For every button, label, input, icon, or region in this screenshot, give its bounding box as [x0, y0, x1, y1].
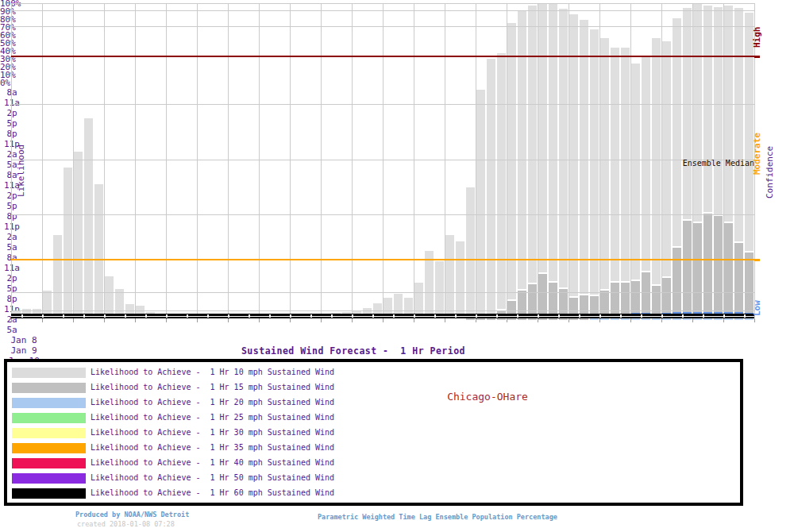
- x-axis-sub-tick: [321, 318, 322, 322]
- x-tick-label: 5a: [0, 242, 24, 253]
- x-tick-label: 5p: [0, 201, 24, 211]
- x-tick-label: 5a: [0, 325, 24, 335]
- legend-row: Likelihood to Achieve - 1 Hr 30 mph Sust…: [7, 426, 740, 441]
- bar-1-hr-15-mph-sustained-wind: [714, 214, 723, 320]
- legend-label: Likelihood to Achieve - 1 Hr 25 mph Sust…: [91, 413, 334, 422]
- chart-title: Sustained Wind Forecast - 1 Hr Period: [0, 345, 707, 357]
- bar-1-hr-10-mph-sustained-wind: [74, 152, 83, 319]
- x-axis-sub-tick: [569, 318, 569, 322]
- x-axis-sub-tick: [352, 318, 353, 322]
- x-axis-sub-tick: [73, 318, 74, 322]
- reference-line-70: [11, 56, 754, 57]
- bar-1-hr-10-mph-sustained-wind: [64, 168, 72, 318]
- legend-swatch: [12, 398, 86, 408]
- legend-label: Likelihood to Achieve - 1 Hr 15 mph Sust…: [91, 383, 334, 391]
- gridline-horizontal: [11, 3, 754, 4]
- x-axis-sub-tick: [476, 318, 476, 322]
- gridline-vertical: [599, 3, 600, 318]
- y-tick-label: 100%: [0, 0, 794, 8]
- gridline-horizontal: [11, 214, 754, 215]
- right-edge-tick-70: [754, 56, 760, 58]
- right-axis-label: Confidence: [765, 119, 775, 199]
- x-axis-hour-tick: [63, 314, 64, 318]
- legend-swatch: [12, 428, 86, 438]
- x-axis-hour-tick: [517, 314, 518, 318]
- bar-1-hr-15-mph-sustained-wind: [724, 222, 733, 320]
- bar-1-hr-10-mph-sustained-wind: [487, 59, 495, 318]
- x-axis-hour-tick: [352, 314, 353, 318]
- bar-1-hr-10-mph-sustained-wind: [621, 48, 630, 318]
- x-axis-hour-tick: [579, 314, 580, 318]
- x-tick-label: 8p: [0, 211, 24, 222]
- gridline-vertical: [630, 3, 631, 318]
- bar-1-hr-10-mph-sustained-wind: [590, 29, 599, 318]
- x-axis-hour-tick: [145, 314, 147, 318]
- x-axis-hour-tick: [166, 314, 168, 318]
- gridline-vertical: [538, 3, 538, 318]
- x-axis-sub-tick: [135, 318, 136, 322]
- legend-label: Likelihood to Achieve - 1 Hr 50 mph Sust…: [91, 473, 334, 482]
- gridline-vertical: [104, 3, 105, 318]
- x-axis-sub-tick: [166, 318, 167, 322]
- bar-1-hr-15-mph-sustained-wind: [703, 212, 712, 320]
- x-axis-hour-tick: [125, 314, 126, 318]
- x-axis-hour-tick: [641, 314, 642, 318]
- bar-1-hr-10-mph-sustained-wind: [476, 90, 485, 318]
- gridline-vertical: [507, 3, 507, 318]
- bar-1-hr-10-mph-sustained-wind: [569, 14, 578, 318]
- wind-forecast-chart-page: 100%90%80%70%60%50%40%30%20%10%0%8a11a2p…: [0, 0, 794, 532]
- gridline-horizontal: [11, 310, 754, 311]
- legend-label: Likelihood to Achieve - 1 Hr 35 mph Sust…: [91, 443, 334, 452]
- x-axis-hour-tick: [21, 314, 23, 318]
- x-axis-hour-tick: [476, 314, 477, 318]
- ensemble-median-annotation: Ensemble Median: [643, 159, 754, 168]
- legend-swatch: [12, 488, 86, 499]
- bar-1-hr-10-mph-sustained-wind: [600, 38, 609, 318]
- legend-row: Likelihood to Achieve - 1 Hr 35 mph Sust…: [7, 441, 740, 457]
- station-name: Chicago-OHare: [372, 391, 603, 403]
- x-axis-hour-tick: [331, 314, 333, 318]
- x-axis-sub-tick: [197, 318, 198, 322]
- x-axis-hour-tick: [207, 314, 209, 318]
- legend-row: Likelihood to Achieve - 1 Hr 25 mph Sust…: [7, 411, 740, 426]
- x-axis-hour-tick: [744, 314, 746, 318]
- legend-swatch: [12, 458, 86, 468]
- legend-row: Likelihood to Achieve - 1 Hr 50 mph Sust…: [7, 471, 740, 487]
- bar-1-hr-10-mph-sustained-wind: [425, 251, 434, 318]
- legend-swatch: [12, 413, 86, 423]
- x-axis-hour-tick: [620, 314, 622, 318]
- x-axis-sub-tick: [11, 318, 12, 322]
- x-axis-sub-tick: [538, 318, 538, 322]
- x-axis-hour-tick: [42, 314, 44, 318]
- x-tick-label: 2a: [0, 232, 24, 242]
- x-axis-hour-tick: [228, 314, 229, 318]
- bar-1-hr-10-mph-sustained-wind: [549, 3, 557, 318]
- bar-1-hr-10-mph-sustained-wind: [528, 6, 537, 318]
- x-tick-label: 11a: [0, 263, 24, 273]
- gridline-vertical: [228, 3, 229, 318]
- x-axis-hour-tick: [269, 314, 271, 318]
- bar-1-hr-10-mph-sustained-wind: [466, 187, 475, 319]
- bar-1-hr-15-mph-sustained-wind: [673, 246, 681, 320]
- x-axis-sub-tick: [507, 318, 507, 322]
- x-tick-label: 11a: [0, 98, 24, 108]
- reference-line-30: [11, 259, 754, 260]
- gridline-vertical: [197, 3, 198, 318]
- gridline-vertical: [73, 3, 74, 318]
- x-tick-label: 2p: [0, 108, 24, 118]
- legend-swatch: [12, 383, 86, 393]
- gridline-vertical: [290, 3, 291, 318]
- bar-1-hr-10-mph-sustained-wind: [445, 235, 454, 318]
- x-axis-hour-tick: [723, 314, 725, 318]
- bar-1-hr-10-mph-sustained-wind: [53, 235, 62, 318]
- x-tick-label: 2p: [0, 273, 24, 283]
- gridline-vertical: [569, 3, 569, 318]
- confidence-high-label: High: [752, 13, 762, 48]
- right-edge-tick-30: [754, 259, 760, 261]
- gridline-vertical: [42, 3, 43, 318]
- footer-produced-by: Produced by NOAA/NWS Detroit: [75, 511, 189, 519]
- bar-1-hr-10-mph-sustained-wind: [456, 241, 464, 318]
- gridline-vertical: [383, 3, 384, 318]
- legend-label: Likelihood to Achieve - 1 Hr 60 mph Sust…: [91, 488, 334, 497]
- x-tick-label: 5p: [0, 118, 24, 129]
